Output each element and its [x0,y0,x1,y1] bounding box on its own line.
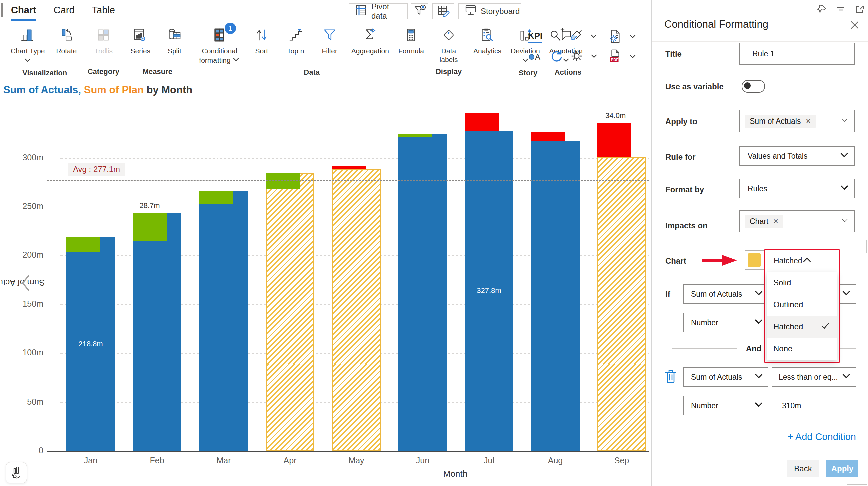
label-style-icon[interactable]: A [528,49,543,65]
ribbon-group-label: Category [87,65,120,78]
ribbon-item-sort[interactable]: Sort [245,25,278,56]
filter-badge-icon [413,4,426,19]
panel-horizontal-scrollbar[interactable] [847,484,867,485]
edit-table-button[interactable] [432,3,454,19]
apply-to-dropdown[interactable]: Sum of Actuals ✕ [739,110,855,132]
condition2-measure-dropdown[interactable]: Sum of Actuals [683,367,768,387]
series-icon [133,27,148,44]
bar-aug[interactable] [531,141,580,451]
chart-title-part: Sum of Actuals, [3,84,81,96]
rule-title-input[interactable]: Rule 1 [739,43,855,65]
impacts-on-chip[interactable]: Chart ✕ [745,215,783,228]
bar-may[interactable] [332,169,381,451]
condition2-operator-dropdown[interactable]: Less than or eq... [772,367,856,387]
panel-vertical-scrollbar[interactable] [866,240,867,253]
if-operator-chevron-icon [842,288,851,300]
kpi-button[interactable]: KPI [528,31,542,43]
sort-icon [254,27,269,44]
style-option-solid[interactable]: Solid [767,272,837,294]
bar-feb[interactable] [133,213,182,451]
apply-button[interactable]: Apply [826,460,858,477]
bar-jun[interactable] [398,134,447,451]
ribbon-group-data: 1ConditionalformattingSortTop nFilterAgg… [193,25,430,78]
average-line [47,180,649,181]
ribbon-item-data-labels[interactable]: Datalabels [432,25,465,65]
style-dropdown-highlight: Hatched SolidOutlinedHatchedNone [764,249,840,364]
apply-to-chip[interactable]: Sum of Actuals ✕ [745,115,816,128]
search-icon[interactable] [549,29,563,45]
ribbon-item-formula[interactable]: Formula [394,25,428,56]
ribbon-item-aggregation[interactable]: Aggregation [347,25,393,56]
chart-style-label: Chart [665,256,686,266]
impacts-on-dropdown[interactable]: Chart ✕ [739,210,855,232]
use-as-variable-toggle[interactable] [742,80,765,93]
style-color-swatch-box[interactable] [745,250,764,270]
ribbon-item-split[interactable]: Split [158,25,191,56]
condition2-operator-chevron-icon [842,371,851,382]
tab-chart[interactable]: Chart [11,5,36,21]
insights-button[interactable] [6,462,27,483]
page-settings-chevron-icon[interactable] [629,32,637,42]
popout-icon[interactable] [854,4,865,16]
x-axis-label-jun: Jun [396,456,450,465]
export-pdf-icon[interactable]: PDF [608,49,623,65]
style-color-swatch[interactable] [748,253,761,267]
format-painter-icon[interactable] [569,29,584,45]
filter-visual-button[interactable] [411,3,428,19]
chip-remove-icon[interactable]: ✕ [773,217,779,225]
rule-for-dropdown[interactable]: Values and Totals [739,146,855,166]
add-condition-button[interactable]: + Add Condition [765,431,856,442]
ribbon-item-top-n[interactable]: Top n [279,25,312,56]
condition2-value: 310m [782,401,801,410]
bar-apr[interactable] [266,173,314,451]
style-option-hatched[interactable]: Hatched [767,316,837,338]
formula-icon [404,27,419,44]
tab-card[interactable]: Card [54,5,75,21]
ribbon-item-series[interactable]: Series [124,25,157,56]
condition2-format-dropdown[interactable]: Number [683,396,768,415]
style-option-outlined[interactable]: Outlined [767,294,837,316]
close-icon[interactable] [849,19,860,32]
data-label: 327.8m [462,286,516,295]
export-pdf-chevron-icon[interactable] [629,52,637,62]
ribbon-item-chart-type[interactable]: Chart Type [7,25,49,67]
chip-remove-icon[interactable]: ✕ [805,117,811,125]
ribbon-item-filter[interactable]: Filter [313,25,346,56]
y-axis-tick-label: 0 [3,446,43,455]
x-axis-label-may: May [330,456,383,465]
ribbon-group-actions: KPI A PDF Actions [528,25,650,78]
condition2-operator-value: Less than or eq... [779,373,838,381]
style-option-none[interactable]: None [767,338,837,360]
ribbon-item-rotate[interactable]: Rotate [50,25,83,56]
refresh-icon[interactable] [549,49,563,65]
format-painter-chevron-icon[interactable] [590,32,598,41]
y-axis-tick-label: 200m [3,250,43,260]
format-by-dropdown[interactable]: Rules [739,179,855,198]
settings-chevron-icon[interactable] [590,52,598,61]
pivot-data-button[interactable]: Pivot data [349,3,408,19]
settings-gear-icon[interactable] [569,49,584,65]
pin-icon[interactable] [817,4,827,16]
bar-mar[interactable] [199,191,248,451]
collapse-pane-icon[interactable] [19,273,32,294]
back-button[interactable]: Back [787,460,819,477]
bar-sep[interactable] [597,156,646,451]
tab-table[interactable]: Table [92,5,115,21]
page-settings-icon[interactable] [608,29,623,46]
ribbon-item-label: Formula [398,47,424,55]
visual-header-toolbar [817,4,868,16]
delete-condition-icon[interactable] [663,369,678,385]
ribbon-group-visualization: Chart TypeRotateVisualization [5,25,85,78]
if-format-dropdown[interactable]: Number [683,313,768,333]
ribbon-item-conditional-formatting[interactable]: 1Conditionalformatting [195,25,244,66]
ribbon-item-analytics[interactable]: Analytics [469,25,505,56]
style-dropdown[interactable]: Hatched [766,251,837,270]
left-scrollbar-thumb-top[interactable] [1,3,3,17]
storyboard-button[interactable]: Storyboard [458,3,521,19]
if-measure-dropdown[interactable]: Sum of Actuals [683,284,768,304]
apply-to-label: Apply to [665,117,697,126]
filter-lines-icon[interactable] [836,4,846,16]
ribbon-item-label: Rotate [56,47,77,55]
condition2-value-input[interactable]: 310m [772,396,856,415]
ribbon-item-trellis: Trellis [87,25,120,56]
